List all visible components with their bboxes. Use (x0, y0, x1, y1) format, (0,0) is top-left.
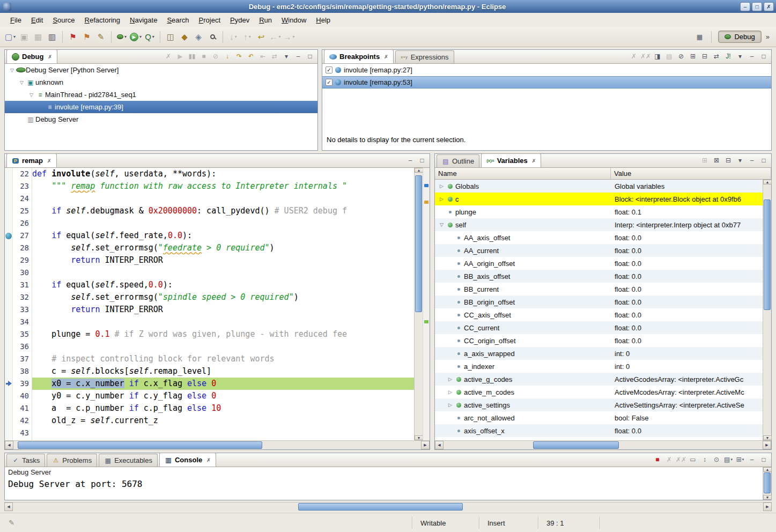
gutter-marker-cell[interactable] (5, 205, 12, 217)
back-icon[interactable]: ← (269, 31, 282, 43)
scrollbar-thumb[interactable] (415, 175, 422, 312)
close-icon[interactable]: ✗ (206, 457, 211, 463)
variable-row[interactable]: a_axis_wrappedint: 0 (435, 347, 763, 360)
scrollbar-thumb[interactable] (298, 503, 463, 511)
show-breakpoints-for-icon[interactable]: ◨ (652, 51, 663, 62)
minimize-window-button[interactable]: – (740, 2, 750, 11)
minimize-icon[interactable]: – (747, 155, 757, 166)
variable-row[interactable]: a_indexerint: 0 (435, 360, 763, 373)
breakpoint-row[interactable]: ✓involute [remap.py:27] (322, 64, 771, 76)
show-logical-structures-icon[interactable]: ⊠ (711, 155, 722, 166)
show-type-names-icon[interactable]: ⊞ (699, 155, 710, 166)
gutter-marker-cell[interactable] (5, 267, 12, 279)
expander-icon[interactable]: ▷ (447, 402, 454, 408)
variable-row[interactable]: BB_origin_offsetfloat: 0.0 (435, 295, 763, 308)
minimize-icon[interactable]: – (405, 155, 416, 166)
scroll-down-button[interactable]: ▼ (415, 435, 423, 440)
menu-window[interactable]: Window (277, 14, 311, 26)
gutter-marker-cell[interactable] (5, 242, 12, 254)
new-java-project-icon[interactable]: ◫ (164, 31, 177, 43)
gutter-marker-cell[interactable] (5, 316, 12, 328)
variable-row[interactable]: plungefloat: 0.1 (435, 205, 763, 218)
code-line[interactable]: # inspect controlling block for relevant… (32, 353, 414, 365)
gutter-marker-cell[interactable] (5, 304, 12, 316)
scrollbar-thumb[interactable] (533, 441, 619, 449)
variable-row[interactable]: ▷active_settingsActiveSettingsArray: <in… (435, 398, 763, 411)
scrollbar-track[interactable] (763, 472, 771, 495)
gutter-marker-cell[interactable] (5, 341, 12, 353)
view-menu-icon[interactable]: ▾ (735, 51, 745, 62)
scrollbar-track[interactable] (763, 184, 771, 435)
gutter-marker-cell[interactable] (5, 353, 12, 365)
breakpoint-row[interactable]: ✓involute [remap.py:53] (322, 76, 771, 88)
variable-row[interactable]: BB_axis_offsetfloat: 0.0 (435, 270, 763, 283)
console-text[interactable]: Debug Server Debug Server at port: 5678 (5, 467, 763, 500)
variable-row[interactable]: axis_offset_xfloat: 0.0 (435, 424, 763, 437)
gutter-marker-cell[interactable] (5, 390, 12, 402)
menu-edit[interactable]: Edit (26, 14, 48, 26)
collapse-all-icon[interactable]: ⊟ (699, 51, 710, 62)
gutter-marker-cell[interactable] (5, 427, 12, 439)
code-line[interactable] (32, 267, 414, 279)
variable-row[interactable]: CC_axis_offsetfloat: 0.0 (435, 308, 763, 321)
gutter-marker-cell[interactable] (5, 230, 12, 242)
debug-icon[interactable] (115, 31, 128, 43)
gutter-marker-cell[interactable] (5, 168, 12, 180)
variable-row[interactable]: AA_axis_offsetfloat: 0.0 (435, 231, 763, 244)
scrollbar-track[interactable] (13, 503, 763, 511)
scrollbar-thumb[interactable] (764, 200, 771, 310)
console-horizontal-scrollbar[interactable]: ◀ ▶ (4, 502, 772, 511)
variable-row[interactable]: ▷GlobalsGlobal variables (435, 180, 763, 193)
expander-icon[interactable]: ▽ (8, 68, 16, 73)
minimize-icon[interactable]: – (293, 51, 304, 62)
remove-terminated-icon[interactable]: ✗ (163, 51, 174, 62)
forward-icon[interactable]: → (283, 31, 295, 43)
tab-outline[interactable]: Outline (437, 154, 479, 167)
tab-debug[interactable]: Debug✗ (6, 49, 57, 63)
scrollbar-thumb[interactable] (18, 441, 262, 449)
expand-all-icon[interactable]: ⊞ (688, 51, 698, 62)
code-line[interactable] (32, 217, 414, 230)
menu-help[interactable]: Help (311, 14, 335, 26)
view-menu-icon[interactable]: ▾ (735, 155, 745, 166)
scrollbar-track[interactable] (444, 441, 763, 449)
scrollbar-track[interactable] (415, 173, 423, 435)
debug-tree-item[interactable]: involute [remap.py:39] (5, 101, 317, 113)
maximize-window-button[interactable]: □ (752, 2, 762, 11)
code-line[interactable]: y0 = c.y_number if c.y_flag else 0 (32, 390, 414, 402)
add-exception-breakpoint-icon[interactable]: J! (723, 51, 734, 62)
last-edit-location-icon[interactable]: ↩ (255, 31, 268, 43)
expander-icon[interactable]: ▷ (438, 183, 445, 189)
toolbar-overflow-chevron[interactable]: » (765, 33, 771, 41)
terminate-icon[interactable]: ■ (198, 51, 209, 62)
variables-vertical-scrollbar[interactable]: ▲ ▼ (763, 180, 771, 440)
profile-flag-icon[interactable]: ⚑ (80, 31, 93, 43)
menu-pydev[interactable]: Pydev (225, 14, 254, 26)
menu-search[interactable]: Search (162, 14, 194, 26)
save-all-icon[interactable]: ▦ (32, 31, 45, 43)
editor-vertical-scrollbar[interactable]: ▲ ▼ (414, 168, 423, 440)
code-line[interactable] (32, 193, 414, 205)
debug-tree-item[interactable]: ▽Debug Server [Python Server] (5, 64, 317, 76)
terminate-icon[interactable]: ■ (652, 454, 663, 465)
open-perspective-icon[interactable]: ▦ (694, 32, 705, 42)
display-selected-console-icon[interactable]: ▤▾ (723, 454, 734, 465)
tab-tasks[interactable]: Tasks (6, 454, 45, 467)
variable-row[interactable]: ▷active_g_codesActiveGcodesArray: <inter… (435, 373, 763, 386)
code-line[interactable]: """ remap function with raw access to In… (32, 180, 414, 193)
scroll-left-button[interactable]: ◀ (5, 441, 13, 449)
gutter-marker-cell[interactable] (5, 328, 12, 341)
print-icon[interactable]: ▥ (46, 31, 58, 43)
minimize-icon[interactable]: – (747, 454, 757, 465)
scroll-right-button[interactable]: ▶ (763, 441, 771, 449)
run-icon[interactable]: ▶ (129, 31, 142, 43)
pin-console-icon[interactable]: ⊙ (711, 454, 722, 465)
gutter-marker-cell[interactable] (5, 254, 12, 267)
scroll-up-button[interactable]: ▲ (415, 168, 423, 173)
close-window-button[interactable]: ✗ (764, 2, 774, 11)
overview-annotation[interactable] (424, 320, 428, 323)
scrollbar-track[interactable] (13, 441, 421, 449)
expander-icon[interactable]: ▷ (438, 196, 445, 202)
tab-breakpoints[interactable]: Breakpoints✗ (324, 49, 394, 63)
variable-row[interactable]: ▽selfInterp: <interpreter.Interp object … (435, 218, 763, 231)
